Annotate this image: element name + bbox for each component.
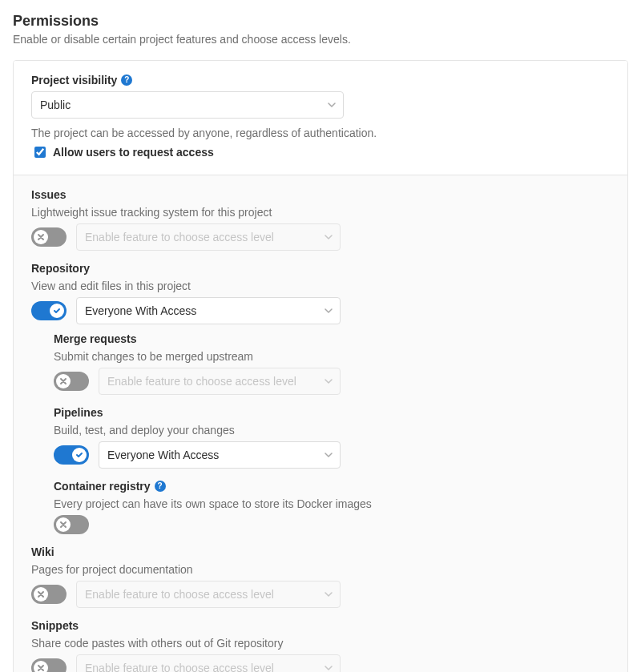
repository-select-wrapper: Everyone With Access bbox=[76, 297, 341, 324]
visibility-section: Project visibility ? Public The project … bbox=[14, 61, 627, 175]
snippets-toggle[interactable] bbox=[31, 658, 67, 672]
wiki-label: Wiki bbox=[31, 545, 610, 558]
check-icon bbox=[50, 304, 64, 318]
feature-snippets: Snippets Share code pastes with others o… bbox=[31, 619, 610, 672]
container-registry-toggle[interactable] bbox=[54, 515, 89, 534]
wiki-toggle[interactable] bbox=[31, 585, 67, 604]
pipelines-select[interactable]: Everyone With Access bbox=[99, 441, 341, 469]
container-registry-label: Container registry bbox=[54, 480, 151, 493]
close-icon bbox=[56, 374, 71, 388]
repository-desc: View and edit files in this project bbox=[31, 280, 610, 292]
snippets-select-wrapper: Enable feature to choose access level bbox=[76, 654, 341, 672]
request-access-row[interactable]: Allow users to request access bbox=[31, 144, 610, 160]
permissions-panel: Project visibility ? Public The project … bbox=[13, 60, 628, 672]
pipelines-toggle[interactable] bbox=[54, 445, 89, 465]
issues-desc: Lightweight issue tracking system for th… bbox=[31, 206, 610, 219]
repository-label: Repository bbox=[31, 262, 610, 275]
merge-requests-toggle[interactable] bbox=[54, 372, 89, 391]
check-icon bbox=[72, 448, 87, 462]
help-icon[interactable]: ? bbox=[155, 481, 166, 492]
close-icon bbox=[56, 517, 71, 532]
snippets-label: Snippets bbox=[31, 619, 610, 632]
snippets-desc: Share code pastes with others out of Git… bbox=[31, 637, 610, 650]
visibility-hint: The project can be accessed by anyone, r… bbox=[31, 127, 610, 139]
merge-requests-label: Merge requests bbox=[54, 332, 610, 345]
pipelines-desc: Build, test, and deploy your changes bbox=[54, 424, 610, 437]
close-icon bbox=[34, 661, 48, 672]
visibility-label: Project visibility bbox=[31, 74, 117, 87]
request-access-label: Allow users to request access bbox=[53, 146, 214, 159]
request-access-checkbox[interactable] bbox=[34, 147, 46, 158]
repository-select[interactable]: Everyone With Access bbox=[76, 297, 341, 324]
repository-toggle[interactable] bbox=[31, 301, 67, 320]
issues-select-wrapper: Enable feature to choose access level bbox=[76, 223, 341, 251]
pipelines-label: Pipelines bbox=[54, 406, 610, 419]
wiki-select-wrapper: Enable feature to choose access level bbox=[76, 581, 341, 608]
issues-label: Issues bbox=[31, 188, 610, 201]
help-icon[interactable]: ? bbox=[121, 74, 132, 86]
wiki-select: Enable feature to choose access level bbox=[76, 581, 341, 608]
visibility-select[interactable]: Public bbox=[31, 91, 344, 119]
feature-repository: Repository View and edit files in this p… bbox=[31, 262, 610, 534]
container-registry-label-row: Container registry ? bbox=[54, 480, 610, 493]
merge-requests-select: Enable feature to choose access level bbox=[99, 368, 341, 395]
visibility-label-row: Project visibility ? bbox=[31, 74, 610, 87]
merge-requests-select-wrapper: Enable feature to choose access level bbox=[99, 368, 341, 395]
page-title: Permissions bbox=[13, 13, 628, 30]
wiki-desc: Pages for project documentation bbox=[31, 563, 610, 576]
container-registry-desc: Every project can have its own space to … bbox=[54, 497, 610, 510]
close-icon bbox=[34, 587, 48, 602]
visibility-select-wrapper: Public bbox=[31, 91, 344, 119]
merge-requests-desc: Submit changes to be merged upstream bbox=[54, 350, 610, 363]
feature-merge-requests: Merge requests Submit changes to be merg… bbox=[54, 332, 610, 395]
issues-select: Enable feature to choose access level bbox=[76, 223, 341, 251]
feature-issues: Issues Lightweight issue tracking system… bbox=[31, 188, 610, 251]
page-subtitle: Enable or disable certain project featur… bbox=[13, 33, 628, 46]
feature-wiki: Wiki Pages for project documentation Ena… bbox=[31, 545, 610, 608]
feature-container-registry: Container registry ? Every project can h… bbox=[54, 480, 610, 534]
features-section: Issues Lightweight issue tracking system… bbox=[14, 175, 627, 672]
snippets-select: Enable feature to choose access level bbox=[76, 654, 341, 672]
close-icon bbox=[34, 230, 48, 244]
issues-toggle[interactable] bbox=[31, 227, 67, 247]
feature-pipelines: Pipelines Build, test, and deploy your c… bbox=[54, 406, 610, 469]
pipelines-select-wrapper: Everyone With Access bbox=[99, 441, 341, 469]
repository-subfeatures: Merge requests Submit changes to be merg… bbox=[54, 332, 610, 534]
